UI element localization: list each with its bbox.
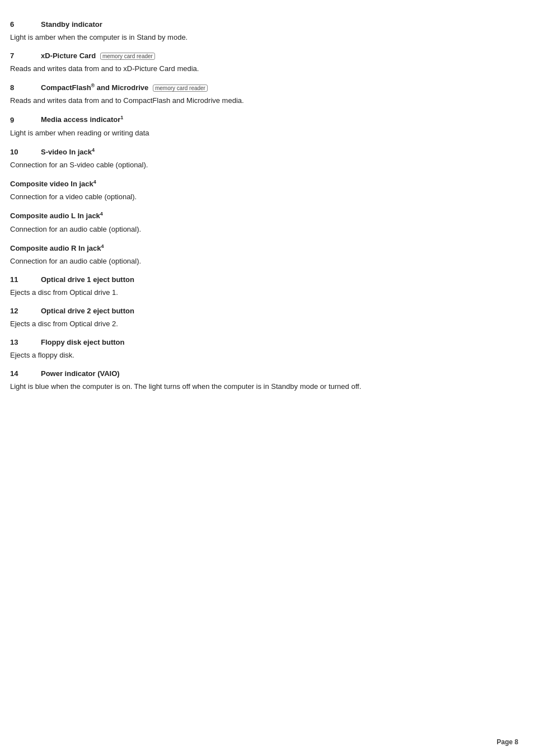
section-title-text-7: xD-Picture Card xyxy=(41,51,96,60)
section-12: 12 Optical drive 2 eject button Ejects a… xyxy=(10,307,518,328)
section-body-12: Ejects a disc from Optical drive 2. xyxy=(10,320,518,328)
section-number-11: 11 xyxy=(10,275,41,284)
section-13: 13 Floppy disk eject button Ejects a flo… xyxy=(10,338,518,359)
section-body-8: Reads and writes data from and to Compac… xyxy=(10,96,518,105)
section-body-9: Light is amber when reading or writing d… xyxy=(10,129,518,137)
section-title-microdrive: and Microdrive xyxy=(95,83,148,92)
section-number-7: 7 xyxy=(10,51,41,60)
section-number-10: 10 xyxy=(10,148,41,156)
section-title-compactflash: CompactFlash xyxy=(41,83,91,92)
composite-video-title: Composite video In jack xyxy=(10,180,93,188)
section-body-10: Connection for an S-video cable (optiona… xyxy=(10,161,518,169)
section-title-8: CompactFlash® and Microdrive memory card… xyxy=(41,83,208,92)
section-title-12: Optical drive 2 eject button xyxy=(41,307,134,315)
section-number-6: 6 xyxy=(10,20,41,29)
section-body-6: Light is amber when the computer is in S… xyxy=(10,33,518,41)
section-title-13: Floppy disk eject button xyxy=(41,338,125,346)
section-title-10: S-video In jack4 xyxy=(41,147,95,156)
composite-audio-r-sup: 4 xyxy=(101,243,104,249)
section-number-9: 9 xyxy=(10,116,41,124)
composite-audio-l-sup: 4 xyxy=(100,211,103,217)
composite-audio-r-section: Composite audio R In jack4 Connection fo… xyxy=(10,243,518,265)
section-title-9: Media access indicator1 xyxy=(41,115,123,124)
composite-audio-l-body: Connection for an audio cable (optional)… xyxy=(10,225,518,233)
section-body-13: Ejects a floppy disk. xyxy=(10,351,518,359)
section-title-text-9: Media access indicator xyxy=(41,116,120,124)
section-14: 14 Power indicator (VAIO) Light is blue … xyxy=(10,369,518,391)
memory-card-reader-badge-8: memory card reader xyxy=(153,84,208,92)
composite-audio-l-header: Composite audio L In jack4 xyxy=(10,211,518,220)
section-sup-9: 1 xyxy=(120,115,123,120)
section-11: 11 Optical drive 1 eject button Ejects a… xyxy=(10,275,518,297)
section-8: 8 CompactFlash® and Microdrive memory ca… xyxy=(10,83,518,105)
memory-card-reader-badge-7: memory card reader xyxy=(100,53,155,60)
section-body-14: Light is blue when the computer is on. T… xyxy=(10,382,518,391)
composite-audio-l-title: Composite audio L In jack xyxy=(10,212,100,220)
section-10: 10 S-video In jack4 Connection for an S-… xyxy=(10,147,518,169)
composite-video-header: Composite video In jack4 xyxy=(10,179,518,188)
section-number-14: 14 xyxy=(10,369,41,378)
section-9: 9 Media access indicator1 Light is amber… xyxy=(10,115,518,137)
section-body-11: Ejects a disc from Optical drive 1. xyxy=(10,288,518,297)
composite-audio-r-title: Composite audio R In jack xyxy=(10,244,101,252)
page-number: Page 8 xyxy=(496,738,518,746)
composite-video-body: Connection for a video cable (optional). xyxy=(10,192,518,201)
composite-video-sup: 4 xyxy=(93,179,96,185)
section-number-13: 13 xyxy=(10,338,41,346)
composite-video-section: Composite video In jack4 Connection for … xyxy=(10,179,518,201)
section-title-6: Standby indicator xyxy=(41,20,102,29)
composite-audio-r-body: Connection for an audio cable (optional)… xyxy=(10,257,518,265)
composite-audio-l-section: Composite audio L In jack4 Connection fo… xyxy=(10,211,518,233)
section-7: 7 xD-Picture Card memory card reader Rea… xyxy=(10,51,518,73)
section-title-text-10: S-video In jack xyxy=(41,148,92,156)
section-number-8: 8 xyxy=(10,83,41,92)
composite-audio-r-header: Composite audio R In jack4 xyxy=(10,243,518,252)
section-body-7: Reads and writes data from and to xD-Pic… xyxy=(10,64,518,73)
section-number-12: 12 xyxy=(10,307,41,315)
section-title-7: xD-Picture Card memory card reader xyxy=(41,51,155,60)
section-title-11: Optical drive 1 eject button xyxy=(41,275,134,284)
section-sup-10: 4 xyxy=(92,147,95,153)
section-title-14: Power indicator (VAIO) xyxy=(41,369,120,378)
section-6: 6 Standby indicator Light is amber when … xyxy=(10,20,518,41)
